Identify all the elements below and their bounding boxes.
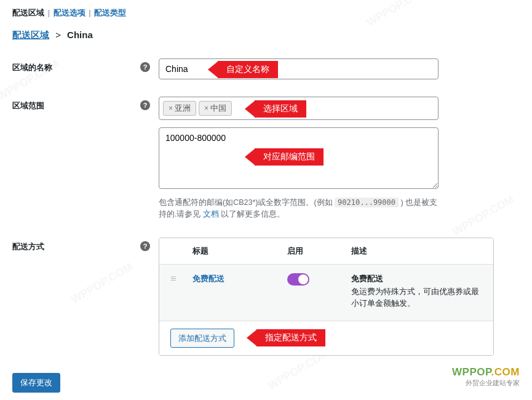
table-header: 标题 启用 描述 <box>159 238 493 265</box>
row-zone-regions: 区域范围 ? ×亚洲 ×中国 选择区域 100000-800000 对应邮编范围… <box>12 97 520 220</box>
callout-name: 自定义名称 <box>208 61 278 78</box>
add-shipping-method-button[interactable]: 添加配送方式 <box>170 329 234 348</box>
callout-method: 指定配送方式 <box>247 329 325 346</box>
region-tag[interactable]: ×中国 <box>199 101 232 116</box>
breadcrumb-root[interactable]: 配送区域 <box>12 30 49 40</box>
table-row: ≡ 免费配送 免费配送 免运费为特殊方式，可由优惠券或最小订单金额触发。 <box>159 265 493 321</box>
brand-logo: WPPOP.COM <box>452 366 520 378</box>
label-zone-regions: 区域范围 <box>12 100 44 111</box>
hint-text: 包含通配符的邮编(如CB23*)或全数字范围。(例如 <box>159 198 335 207</box>
method-enable-toggle[interactable] <box>287 273 309 286</box>
brand-footer: WPPOP.COM 外贸企业建站专家 <box>452 366 520 388</box>
shipping-tabs: 配送区域 | 配送选项 | 配送类型 <box>12 7 520 18</box>
callout-name-text: 自定义名称 <box>218 61 278 78</box>
shipping-methods-table: 标题 启用 描述 ≡ 免费配送 免费配送 免运费为特殊方式，可由优惠券或最小订单… <box>159 238 494 356</box>
postcode-hint: 包含通配符的邮编(如CB23*)或全数字范围。(例如 90210...99000… <box>159 197 439 220</box>
help-icon[interactable]: ? <box>140 62 150 72</box>
drag-handle-icon[interactable]: ≡ <box>170 273 176 284</box>
region-tag[interactable]: ×亚洲 <box>163 101 196 116</box>
row-shipping-methods: 配送方式 ? 标题 启用 描述 ≡ 免费配送 免费配送 免运费为特殊方式，可由优… <box>12 238 520 356</box>
method-title-link[interactable]: 免费配送 <box>193 274 224 283</box>
tab-zones[interactable]: 配送区域 <box>12 8 44 17</box>
th-enabled: 启用 <box>287 246 351 257</box>
brand-sub: 外贸企业建站专家 <box>452 378 520 388</box>
callout-region-text: 选择区域 <box>255 100 306 118</box>
hint-text: 以了解更多信息。 <box>219 210 285 218</box>
tab-classes[interactable]: 配送类型 <box>94 8 126 17</box>
label-shipping-methods: 配送方式 <box>12 241 44 252</box>
region-tag-label: 中国 <box>210 103 226 114</box>
method-desc-title: 免费配送 <box>351 273 482 284</box>
tab-options[interactable]: 配送选项 <box>54 8 85 17</box>
label-zone-name: 区域的名称 <box>12 62 52 73</box>
breadcrumb-current: China <box>67 30 93 40</box>
zone-name-input[interactable] <box>159 58 439 79</box>
help-icon[interactable]: ? <box>140 241 150 251</box>
method-desc-text: 免运费为特殊方式，可由优惠券或最小订单金额触发。 <box>351 286 482 310</box>
callout-method-text: 指定配送方式 <box>256 329 325 346</box>
row-zone-name: 区域的名称 ? 自定义名称 <box>12 58 520 79</box>
help-icon[interactable]: ? <box>140 100 150 110</box>
table-footer: 添加配送方式 指定配送方式 <box>159 321 493 356</box>
save-button[interactable]: 保存更改 <box>12 373 60 393</box>
remove-tag-icon[interactable]: × <box>169 104 173 113</box>
callout-postcode-text: 对应邮编范围 <box>255 148 324 166</box>
region-tag-label: 亚洲 <box>175 103 191 114</box>
breadcrumb: 配送区域 > China <box>12 30 520 41</box>
tab-separator: | <box>89 8 90 17</box>
docs-link[interactable]: 文档 <box>203 210 219 218</box>
callout-region: 选择区域 <box>245 100 306 118</box>
tab-separator: | <box>48 8 50 17</box>
th-title: 标题 <box>193 246 287 257</box>
th-description: 描述 <box>351 246 482 257</box>
breadcrumb-arrow: > <box>55 30 61 40</box>
remove-tag-icon[interactable]: × <box>204 104 208 113</box>
hint-code: 90210...99000 <box>335 198 399 207</box>
callout-postcode: 对应邮编范围 <box>245 148 324 166</box>
